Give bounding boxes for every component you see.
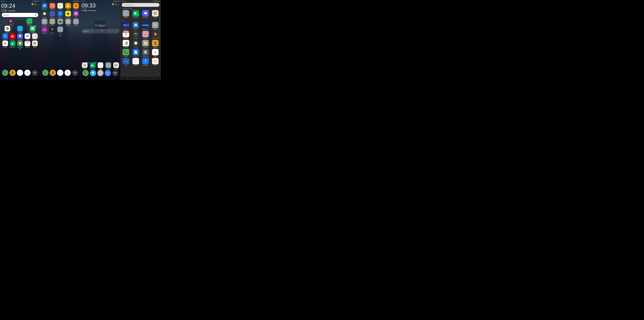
all-contacts[interactable]: 👤 Contacts xyxy=(151,40,160,48)
suggest-settings[interactable]: ⚙️ Settings xyxy=(122,10,130,18)
app-settings-3[interactable]: ⚙️ Settings xyxy=(105,62,112,70)
all-calendar[interactable]: Tuesday 7 Calendar xyxy=(122,31,130,39)
app-spotify[interactable]: 🎵 Spotify xyxy=(27,18,32,25)
dock-messages-3[interactable]: 💬 xyxy=(90,70,96,76)
mic-icon-3[interactable]: 🎤 xyxy=(100,30,118,32)
alpha-Y[interactable]: Y xyxy=(159,47,160,48)
app-tips[interactable]: ℹ️ Tips xyxy=(72,11,80,18)
alpha-N[interactable]: N xyxy=(159,31,160,32)
dock-phone-3[interactable]: 📞 xyxy=(82,70,89,76)
dock-contacts-1[interactable]: 👤 xyxy=(10,70,16,76)
app-calendar-1[interactable]: Tue 7 Calendar xyxy=(24,40,31,48)
all-clock[interactable]: 🕐 Clock xyxy=(131,40,140,48)
app-notepad[interactable]: 📝 Notepad xyxy=(32,33,38,40)
app-email-3[interactable]: ✉️ Email xyxy=(97,62,104,70)
alpha-M[interactable]: M xyxy=(159,30,160,31)
alpha-F[interactable]: F xyxy=(159,20,160,21)
dock-opera-1[interactable]: ● xyxy=(24,70,30,76)
all-backup[interactable]: 🔄 Backup xyxy=(131,22,140,30)
app-calculator[interactable]: 🔢 Calculator xyxy=(41,19,48,26)
all-files[interactable]: 📁 Files xyxy=(151,58,160,66)
nav-back-2[interactable]: ◁ xyxy=(45,77,49,80)
dock-camera-1[interactable]: 📷 xyxy=(32,70,38,76)
google-search-3[interactable]: Search... 🎤 xyxy=(82,29,119,33)
app-photos[interactable]: Photos xyxy=(4,26,10,33)
app-uber[interactable]: U Uber xyxy=(49,26,56,34)
app-polytopia[interactable]: 🏰 Polytopia xyxy=(41,26,48,34)
app-twitter[interactable]: 🐦 Twitter xyxy=(17,26,23,33)
dock-phone-2[interactable]: 📞 xyxy=(42,70,48,76)
alpha-L[interactable]: L xyxy=(159,28,160,30)
alpha-P[interactable]: P xyxy=(159,34,160,35)
nav-recent-3[interactable]: □ xyxy=(112,77,116,80)
all-docs[interactable]: 📄 Docs xyxy=(131,49,140,57)
nav-home-3[interactable]: ○ xyxy=(99,77,102,80)
alpha-E[interactable]: E xyxy=(159,19,160,20)
alpha-B[interactable]: B xyxy=(159,15,160,16)
app-slack[interactable]: Slack xyxy=(8,18,14,25)
app-health[interactable]: ❤️ Health xyxy=(72,3,80,10)
all-compass[interactable]: 🧭 Compass xyxy=(141,40,150,48)
nav-recent-1[interactable]: □ xyxy=(32,77,35,80)
app-youtube[interactable]: ▶ YouTube xyxy=(9,33,16,40)
dock-camera-2[interactable]: 📷 xyxy=(72,70,78,76)
app-videos[interactable]: ▶ Videos xyxy=(64,3,72,10)
app-messenger[interactable]: 💬 Messenger xyxy=(16,33,24,40)
app-music[interactable]: 🎵 Music xyxy=(49,11,56,18)
dock-camera-3[interactable]: 📷 xyxy=(112,70,118,76)
alpha-D[interactable]: D xyxy=(159,17,160,19)
alpha-X[interactable]: X xyxy=(159,45,160,46)
alpha-K[interactable]: K xyxy=(159,27,160,28)
all-catsounds[interactable]: 🐈 Cat Sounds xyxy=(151,31,160,39)
all-facebook[interactable]: f Facebook xyxy=(141,58,150,66)
alpha-V[interactable]: V xyxy=(159,42,160,44)
dock-dialer-3[interactable]: ⌨️ xyxy=(97,70,104,76)
app-settings-2[interactable]: ⚙️ Settings xyxy=(72,19,80,26)
all-camera[interactable]: 📷 Camera xyxy=(131,31,140,39)
all-all4[interactable]: ALL 4 All 4 xyxy=(122,22,130,30)
alpha-Z[interactable]: Z xyxy=(159,48,160,49)
nav-home-1[interactable]: ○ xyxy=(18,77,22,80)
dock-contacts-2[interactable]: 👤 xyxy=(50,70,56,76)
app-tfl[interactable]: 🚇 TfL Oyster xyxy=(64,11,72,18)
app-google[interactable]: Google xyxy=(2,40,8,48)
all-catbird[interactable]: 🐱 Cat Bird xyxy=(141,31,150,39)
alpha-A[interactable]: A xyxy=(159,13,160,14)
nav-back-4[interactable]: ◁ xyxy=(126,77,129,80)
alpha-C[interactable]: C xyxy=(159,16,160,17)
all-email[interactable]: ✉️ Email xyxy=(131,58,140,66)
alpha-Q[interactable]: Q xyxy=(159,35,160,37)
all-apps-scroll[interactable]: ALL 4 All 4 🔄 Backup booking Booking.com… xyxy=(120,21,161,66)
nav-back-3[interactable]: ◁ xyxy=(86,77,89,80)
alpha-O[interactable]: O xyxy=(159,33,160,34)
nav-back-1[interactable]: ◁ xyxy=(5,77,8,80)
all-calculator[interactable]: 🔢 Calculator xyxy=(151,22,160,30)
alpha-S[interactable]: S xyxy=(159,38,160,39)
app-cats[interactable]: 🐱 Cats xyxy=(49,19,56,26)
app-themes[interactable]: 🎨 Themes xyxy=(49,3,56,10)
alpha-I[interactable]: I xyxy=(159,24,160,26)
app-soundrec[interactable]: 🎙️ Sound Reco... xyxy=(56,11,64,18)
all-duo[interactable]: 📹 Duo xyxy=(122,58,130,66)
search-input-4[interactable] xyxy=(126,4,158,6)
dock-email-1[interactable]: ✉️ xyxy=(17,70,23,76)
google-search-1[interactable]: Google 🎤 xyxy=(2,13,38,17)
suggest-messenger[interactable]: 💬 Messenger xyxy=(141,10,150,18)
all-dialler[interactable]: 📞 Dialler xyxy=(122,49,130,57)
nav-recent-4[interactable]: □ xyxy=(152,77,156,80)
nav-home-2[interactable]: ○ xyxy=(59,77,62,80)
alpha-H[interactable]: H xyxy=(159,23,160,24)
app-clock[interactable]: 🕐 Clock xyxy=(41,11,48,18)
suggest-gallery[interactable]: 🖼️ Gallery xyxy=(151,10,160,18)
all-chrome[interactable]: Chrome xyxy=(122,40,130,48)
app-search-bar[interactable]: 🔍 xyxy=(122,3,160,7)
app-playstore-3[interactable]: ▶ Play Store xyxy=(89,62,96,70)
app-gallery-3[interactable]: 🖼️ Gallery xyxy=(112,62,120,70)
mic-icon-1[interactable]: 🎤 xyxy=(34,14,37,16)
app-phoneman[interactable]: 🛡️ Phone Man... xyxy=(41,3,48,10)
app-google-3[interactable]: Google xyxy=(81,62,88,70)
nav-recent-2[interactable]: □ xyxy=(72,77,75,80)
alpha-U[interactable]: U xyxy=(159,41,160,42)
app-maps[interactable]: 🗺️ Maps xyxy=(24,33,31,40)
alpha-G[interactable]: G xyxy=(159,22,160,23)
